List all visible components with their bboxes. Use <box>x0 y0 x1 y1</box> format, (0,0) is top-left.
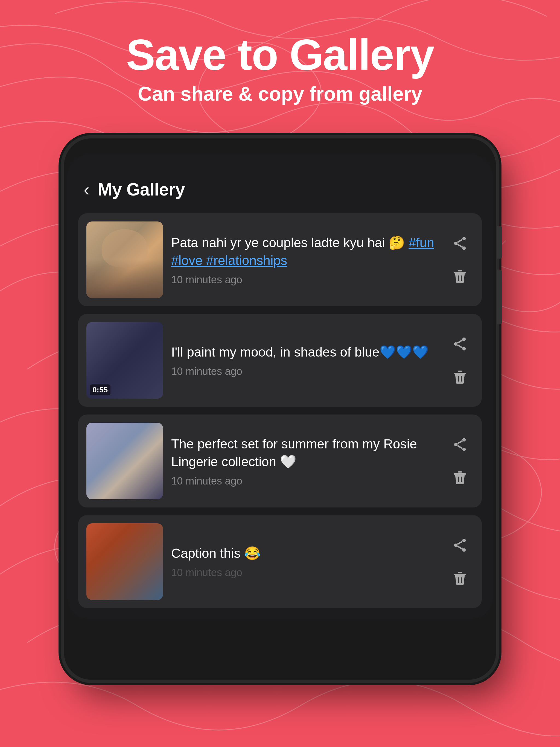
item-thumbnail <box>86 322 163 398</box>
svg-rect-37 <box>458 572 462 573</box>
svg-rect-19 <box>458 371 462 372</box>
share-button[interactable] <box>449 232 471 254</box>
hero-subtitle: Can share & copy from gallery <box>0 82 560 106</box>
svg-line-25 <box>457 441 462 444</box>
item-thumbnail <box>86 222 163 298</box>
screen-title: My Gallery <box>98 179 185 200</box>
gallery-item: I'll paint my mood, in shades of blue💙💙💙… <box>78 314 482 407</box>
svg-line-34 <box>457 541 462 544</box>
item-actions <box>449 333 474 388</box>
item-content: I'll paint my mood, in shades of blue💙💙💙… <box>171 343 441 377</box>
item-caption: I'll paint my mood, in shades of blue💙💙💙 <box>171 343 441 361</box>
svg-point-13 <box>462 338 466 341</box>
share-button[interactable] <box>449 534 471 556</box>
svg-point-6 <box>462 247 466 250</box>
svg-line-8 <box>457 244 462 248</box>
delete-button[interactable] <box>449 366 471 388</box>
item-content: Caption this 😂 10 minutes ago <box>171 545 441 578</box>
gallery-item: Caption this 😂 10 minutes ago <box>78 515 482 608</box>
svg-point-22 <box>462 438 466 442</box>
svg-point-31 <box>462 539 466 542</box>
delete-button[interactable] <box>449 466 471 488</box>
svg-line-26 <box>457 446 462 449</box>
item-actions <box>449 232 474 287</box>
item-caption: Caption this 😂 <box>171 545 441 562</box>
svg-point-5 <box>454 242 458 245</box>
item-thumbnail <box>86 423 163 499</box>
svg-line-35 <box>457 546 462 549</box>
item-timestamp: 10 minutes ago <box>171 366 441 377</box>
svg-point-15 <box>462 347 466 351</box>
svg-point-33 <box>462 548 466 552</box>
svg-rect-18 <box>454 373 466 374</box>
item-caption: Pata nahi yr ye couples ladte kyu hai 🤔 … <box>171 234 441 269</box>
item-content: Pata nahi yr ye couples ladte kyu hai 🤔 … <box>171 234 441 286</box>
gallery-item: The perfect set for summer from my Rosie… <box>78 414 482 508</box>
item-content: The perfect set for summer from my Rosie… <box>171 435 441 487</box>
gallery-list: Pata nahi yr ye couples ladte kyu hai 🤔 … <box>67 213 493 608</box>
phone-container: ‹ My Gallery Pata nahi yr ye couples lad… <box>0 138 560 680</box>
svg-point-23 <box>454 443 458 446</box>
item-actions <box>449 534 474 589</box>
svg-line-7 <box>457 239 462 242</box>
item-timestamp: 10 minutes ago <box>171 274 441 286</box>
item-caption: The perfect set for summer from my Rosie… <box>171 435 441 471</box>
back-button[interactable]: ‹ <box>84 181 90 198</box>
phone-frame: ‹ My Gallery Pata nahi yr ye couples lad… <box>64 138 496 680</box>
share-button[interactable] <box>449 333 471 355</box>
gallery-item: Pata nahi yr ye couples ladte kyu hai 🤔 … <box>78 213 482 306</box>
share-button[interactable] <box>449 434 471 456</box>
svg-line-17 <box>457 345 462 348</box>
hero-section: Save to Gallery Can share & copy from ga… <box>0 0 560 127</box>
svg-rect-27 <box>454 473 466 475</box>
svg-rect-9 <box>454 272 466 274</box>
app-screen: ‹ My Gallery Pata nahi yr ye couples lad… <box>67 155 493 619</box>
screen-header: ‹ My Gallery <box>67 171 493 213</box>
svg-rect-10 <box>458 270 462 272</box>
hashtag: #fun #love #relationships <box>171 235 434 268</box>
item-actions <box>449 434 474 488</box>
delete-button[interactable] <box>449 567 471 589</box>
svg-point-24 <box>462 448 466 452</box>
delete-button[interactable] <box>449 265 471 287</box>
svg-point-14 <box>454 342 458 346</box>
svg-point-32 <box>454 544 458 547</box>
item-timestamp: 10 minutes ago <box>171 475 441 487</box>
svg-line-16 <box>457 340 462 343</box>
svg-point-4 <box>462 237 466 241</box>
svg-rect-36 <box>454 574 466 575</box>
item-timestamp: 10 minutes ago <box>171 567 441 578</box>
svg-rect-28 <box>458 471 462 473</box>
item-thumbnail <box>86 523 163 600</box>
hero-title: Save to Gallery <box>0 33 560 77</box>
